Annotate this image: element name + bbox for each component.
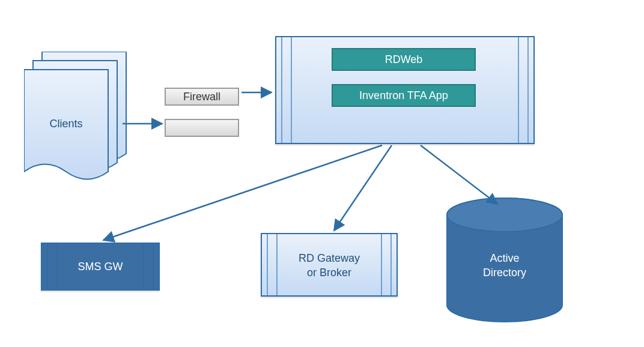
ad-label: ActiveDirectory [445,251,565,280]
server-panel: RDWeb Inventron TFA App [275,36,535,144]
firewall-label: Firewall [183,91,220,103]
tfa-label: Inventron TFA App [359,89,448,102]
rdweb-box: RDWeb [332,48,476,71]
smsgw-label: SMS GW [42,261,159,273]
arrow-server-ad [421,145,497,204]
rdweb-label: RDWeb [385,53,423,66]
clients-shape: Clients [24,52,138,184]
firewall-box-2 [165,119,239,137]
clients-label: Clients [9,118,123,130]
svg-point-1 [447,198,562,232]
rdgw-box: RD Gatewayor Broker [261,233,398,297]
arrow-server-smsgw [103,145,382,240]
rdgw-label: RD Gatewayor Broker [262,251,396,280]
arrow-server-rdgw [334,145,392,231]
diagram-canvas: Clients Firewall RDWeb Inventron TFA App… [0,0,644,347]
firewall-box: Firewall [165,88,239,106]
smsgw-box: SMS GW [41,243,160,291]
ad-shape: ActiveDirectory [445,197,565,323]
tfa-box: Inventron TFA App [332,84,476,107]
